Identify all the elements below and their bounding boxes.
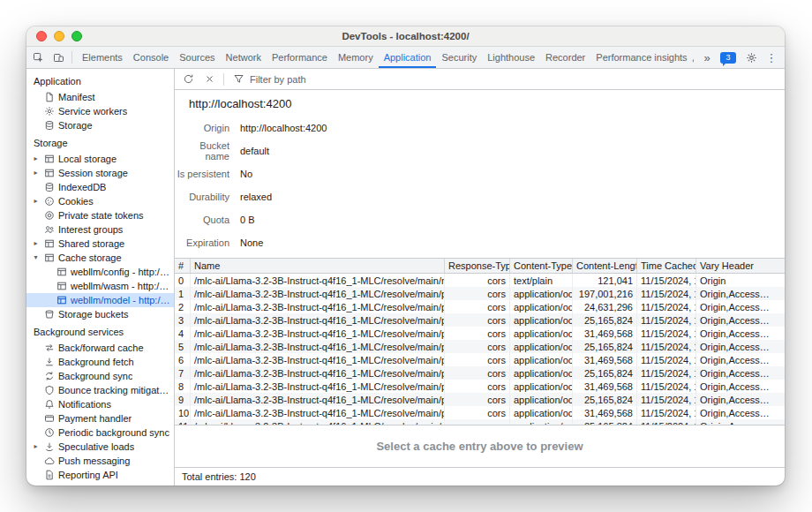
table-row[interactable]: 5/mlc-ai/Llama-3.2-3B-Instruct-q4f16_1-M… — [175, 340, 785, 353]
minimize-window-button[interactable] — [54, 31, 64, 41]
expand-arrow-icon[interactable]: ▸ — [32, 440, 40, 454]
sidebar-item-label: Notifications — [58, 399, 111, 410]
table-row[interactable]: 6/mlc-ai/Llama-3.2-3B-Instruct-q4f16_1-M… — [175, 353, 785, 366]
device-toolbar-button[interactable] — [49, 49, 68, 66]
close-window-button[interactable] — [36, 31, 47, 41]
tab-lighthouse[interactable]: Lighthouse — [482, 47, 540, 68]
sidebar-item-webllm-model-http-loc[interactable]: webllm/model - http://loc… — [26, 293, 174, 307]
delete-selected-button[interactable] — [199, 71, 219, 88]
table-row[interactable]: 8/mlc-ai/Llama-3.2-3B-Instruct-q4f16_1-M… — [175, 380, 785, 393]
sidebar-item-back-forward-cache[interactable]: Back/forward cache — [26, 341, 174, 355]
tab-network[interactable]: Network — [221, 47, 267, 68]
expand-arrow-icon[interactable]: ▸ — [32, 152, 40, 166]
expand-arrow-icon[interactable]: ▸ — [32, 194, 40, 208]
sidebar-item-periodic-background-sync[interactable]: Periodic background sync — [26, 425, 174, 440]
sidebar-item-storage[interactable]: Storage — [26, 118, 174, 132]
sidebar-item-label: Reporting API — [58, 470, 118, 480]
sidebar-item-shared-storage[interactable]: ▸Shared storage — [26, 237, 174, 251]
toolbar-separator — [223, 73, 224, 86]
sidebar-item-label: webllm/model - http://loc… — [71, 295, 170, 305]
column-header-vary-header[interactable]: Vary Header — [696, 259, 785, 273]
column-header-content-length[interactable]: Content-Length — [573, 259, 637, 273]
cache-entries-table: #NameResponse-TypeContent-TypeContent-Le… — [175, 258, 785, 425]
messages-badge[interactable]: 3 — [720, 52, 736, 64]
table-row[interactable]: 10/mlc-ai/Llama-3.2-3B-Instruct-q4f16_1-… — [175, 406, 785, 419]
cache-footer: Total entries: 120 — [175, 467, 785, 486]
sidebar-item-cache-storage[interactable]: ▾Cache storage — [26, 251, 174, 265]
sidebar-item-private-state-tokens[interactable]: Private state tokens — [26, 208, 174, 222]
sidebar-item-push-messaging[interactable]: Push messaging — [26, 454, 174, 468]
column-header-[interactable]: # — [175, 259, 191, 273]
more-tabs-button[interactable]: » — [699, 49, 715, 66]
metadata-value: relaxed — [240, 192, 272, 202]
document-icon — [43, 92, 55, 102]
table-cell: cors — [445, 393, 510, 406]
table-cell: 11/15/2024, 10… — [637, 274, 696, 287]
cache-storage-panel: http://localhost:4200 Originhttp://local… — [175, 69, 785, 486]
table-row[interactable]: 9/mlc-ai/Llama-3.2-3B-Instruct-q4f16_1-M… — [175, 393, 785, 406]
sidebar-item-label: Background fetch — [58, 357, 134, 367]
total-entries-label: Total entries: 120 — [182, 471, 256, 482]
window-titlebar[interactable]: DevTools - localhost:4200/ — [26, 26, 785, 47]
table-row[interactable]: 2/mlc-ai/Llama-3.2-3B-Instruct-q4f16_1-M… — [175, 300, 785, 313]
table-row[interactable]: 0/mlc-ai/Llama-3.2-3B-Instruct-q4f16_1-M… — [175, 274, 785, 287]
table-cell: 31,469,568 — [573, 406, 637, 419]
tab-console[interactable]: Console — [128, 47, 174, 68]
table-cell: Origin — [696, 274, 785, 287]
column-header-name[interactable]: Name — [191, 259, 445, 273]
table-cell: 25,165,824 — [573, 340, 637, 353]
sidebar-item-interest-groups[interactable]: Interest groups — [26, 222, 174, 237]
zoom-window-button[interactable] — [71, 31, 82, 41]
refresh-button[interactable] — [178, 71, 198, 88]
table-cell: /mlc-ai/Llama-3.2-3B-Instruct-q4f16_1-ML… — [191, 287, 445, 300]
sidebar-item-service-workers[interactable]: Service workers — [26, 104, 174, 118]
expand-arrow-icon[interactable]: ▸ — [32, 237, 40, 251]
filter-by-path-input[interactable] — [250, 74, 409, 85]
sidebar-item-local-storage[interactable]: ▸Local storage — [26, 152, 174, 166]
sidebar-item-webllm-config-http-loc[interactable]: webllm/config - http://loc… — [26, 265, 174, 279]
more-options-button[interactable]: ⋮ — [763, 49, 779, 66]
tab-elements[interactable]: Elements — [77, 47, 128, 68]
sidebar-item-label: Storage — [58, 120, 93, 131]
metadata-row-origin: Originhttp://localhost:4200 — [175, 117, 785, 139]
sidebar-item-reporting-api[interactable]: Reporting API — [26, 468, 174, 482]
tab-security[interactable]: Security — [436, 47, 482, 68]
sidebar-item-notifications[interactable]: Notifications — [26, 397, 174, 411]
sidebar-item-indexeddb[interactable]: IndexedDB — [26, 180, 174, 194]
table-cell: /mlc-ai/Llama-3.2-3B-Instruct-q4f16_1-ML… — [191, 327, 445, 340]
table-row[interactable]: 3/mlc-ai/Llama-3.2-3B-Instruct-q4f16_1-M… — [175, 313, 785, 327]
table-cell: cors — [445, 313, 510, 327]
tab-performance-insights[interactable]: Performance insights — [590, 47, 694, 68]
tab-application[interactable]: Application — [379, 47, 437, 68]
sidebar-item-speculative-loads[interactable]: ▸Speculative loads — [26, 440, 174, 454]
sidebar-item-background-sync[interactable]: Background sync — [26, 369, 174, 383]
expand-arrow-icon[interactable]: ▸ — [32, 166, 40, 180]
table-row[interactable]: 1/mlc-ai/Llama-3.2-3B-Instruct-q4f16_1-M… — [175, 287, 785, 300]
sidebar-item-manifest[interactable]: Manifest — [26, 90, 174, 104]
cache-metadata: Originhttp://localhost:4200Bucket namede… — [175, 115, 785, 258]
tab-sources[interactable]: Sources — [174, 47, 220, 68]
tab-label: Performance — [272, 52, 327, 63]
settings-gear-button[interactable] — [741, 49, 761, 66]
sidebar-item-cookies[interactable]: ▸Cookies — [26, 194, 174, 208]
column-header-response-type[interactable]: Response-Type — [445, 259, 510, 273]
metadata-label: Is persistent — [175, 169, 229, 179]
tab-performance[interactable]: Performance — [267, 47, 333, 68]
table-row[interactable]: 4/mlc-ai/Llama-3.2-3B-Instruct-q4f16_1-M… — [175, 327, 785, 340]
sidebar-item-storage-buckets[interactable]: Storage buckets — [26, 307, 174, 321]
sidebar-item-payment-handler[interactable]: Payment handler — [26, 411, 174, 425]
metadata-value: http://localhost:4200 — [240, 123, 327, 133]
table-row[interactable]: 7/mlc-ai/Llama-3.2-3B-Instruct-q4f16_1-M… — [175, 366, 785, 380]
column-header-content-type[interactable]: Content-Type — [510, 259, 573, 273]
tab-label: Security — [441, 52, 477, 63]
tab-recorder[interactable]: Recorder — [540, 47, 590, 68]
column-header-time-cached[interactable]: Time Cached — [637, 259, 696, 273]
tab-memory[interactable]: Memory — [333, 47, 379, 68]
sidebar-item-bounce-tracking-mitigations[interactable]: Bounce tracking mitigations — [26, 383, 174, 397]
collapse-arrow-icon[interactable]: ▾ — [32, 251, 40, 265]
sidebar-item-background-fetch[interactable]: Background fetch — [26, 355, 174, 369]
table-cell: cors — [445, 327, 510, 340]
sidebar-item-webllm-wasm-http-loca[interactable]: webllm/wasm - http://loca… — [26, 279, 174, 293]
sidebar-item-session-storage[interactable]: ▸Session storage — [26, 166, 174, 180]
inspect-element-button[interactable] — [28, 49, 48, 66]
